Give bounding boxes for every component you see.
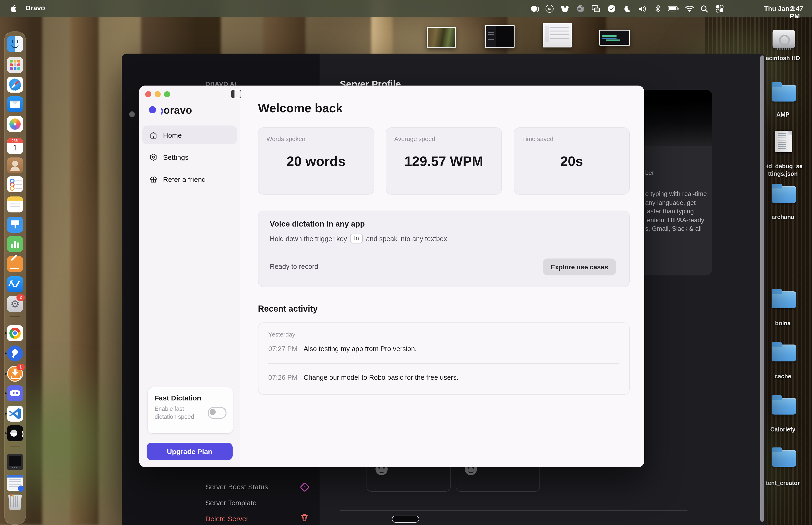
- dock-minimized-window-light[interactable]: [7, 475, 23, 491]
- sidebar-item-label: Refer a friend: [163, 175, 206, 183]
- stat-card-words-spoken: Words spoken 20 words: [258, 127, 374, 195]
- folder-icon-cache[interactable]: [771, 345, 796, 361]
- window-scrollbar[interactable]: [760, 56, 764, 522]
- folder-icon-tent-creator[interactable]: [771, 450, 796, 467]
- close-traffic-light[interactable]: [145, 91, 151, 97]
- desktop-screen: acintosh HD AMP oid_debug_se ttings.json…: [0, 0, 812, 525]
- bottom-pill-indicator: [392, 515, 419, 523]
- dock-numbers-icon[interactable]: [7, 236, 23, 252]
- explore-use-cases-button[interactable]: Explore use cases: [543, 258, 616, 275]
- window-close-button[interactable]: [129, 111, 135, 117]
- globe-menubar-icon[interactable]: [575, 3, 586, 14]
- dock-minimized-window-dark[interactable]: [7, 454, 23, 470]
- desktop-screenshot-thumbnail-terminal[interactable]: [599, 30, 630, 46]
- sidebar-item-home[interactable]: Home: [142, 125, 237, 144]
- dock-vscode-icon[interactable]: [7, 406, 23, 422]
- dock-divider: [10, 446, 20, 447]
- fast-dictation-toggle[interactable]: [208, 407, 227, 419]
- nav-item-server-template[interactable]: Server Template: [205, 499, 313, 507]
- folder-icon-amp[interactable]: [771, 85, 796, 102]
- json-file-icon[interactable]: [775, 131, 792, 152]
- notification-badge: 2: [16, 294, 25, 301]
- voice-instruction: Hold down the trigger key fn and speak i…: [270, 234, 447, 243]
- activity-divider: [268, 363, 619, 364]
- activity-group-label: Yesterday: [268, 331, 295, 338]
- notification-badge: 1: [16, 364, 25, 370]
- spotlight-search-icon[interactable]: [699, 3, 710, 14]
- battery-menubar-icon[interactable]: [668, 3, 679, 14]
- oravo-menubar-icon[interactable]: [528, 3, 539, 14]
- dock-photos-icon[interactable]: [7, 116, 23, 132]
- stat-label: Words spoken: [266, 135, 305, 142]
- trash-icon: [301, 514, 308, 521]
- animal-head-menubar-icon[interactable]: [559, 3, 570, 14]
- minimize-traffic-light[interactable]: [155, 91, 161, 97]
- macintosh-hd-icon[interactable]: [772, 30, 795, 48]
- dock-oravo-icon[interactable]: [7, 425, 23, 441]
- stat-label: Time saved: [522, 135, 553, 142]
- activity-time: 07:26 PM: [268, 374, 299, 381]
- dock-download-manager-icon[interactable]: 1: [7, 366, 23, 381]
- dock-safari-icon[interactable]: [7, 77, 23, 93]
- dock-chrome-icon[interactable]: [7, 325, 23, 341]
- voice-dictation-card: Voice dictation in any app Hold down the…: [258, 211, 630, 287]
- dock-launchpad-icon[interactable]: [7, 57, 23, 73]
- apple-menu-icon[interactable]: [9, 4, 17, 13]
- nav-item-server-boost-status[interactable]: Server Boost Status: [205, 483, 313, 491]
- content-divider: [340, 510, 688, 511]
- check-circle-menubar-icon[interactable]: [606, 3, 617, 14]
- screen-mirroring-menubar-icon[interactable]: [590, 3, 601, 14]
- dock-notes-icon[interactable]: [7, 196, 23, 212]
- page-title: Welcome back: [258, 101, 342, 116]
- control-center-icon[interactable]: [714, 3, 725, 14]
- active-app-menu-name[interactable]: Oravo: [25, 4, 45, 12]
- card-text-fragment: ber: [645, 169, 654, 176]
- dock-discord-icon[interactable]: [7, 386, 23, 401]
- dock-appstore-icon[interactable]: [7, 276, 23, 292]
- menu-bar-time[interactable]: 2:47 PM: [790, 5, 812, 20]
- oravo-brand: oravo: [149, 104, 192, 117]
- wifi-menubar-icon[interactable]: [684, 3, 695, 14]
- dock-system-settings-icon[interactable]: ⚙2: [7, 296, 23, 312]
- activity-row: 07:26 PM Change our model to Robo basic …: [268, 374, 458, 381]
- dock-finder-icon[interactable]: [7, 36, 23, 52]
- dock-blue-pin-app-icon[interactable]: [7, 345, 23, 361]
- dock-reminders-icon[interactable]: [7, 176, 23, 192]
- dock-contacts-icon[interactable]: [7, 158, 23, 174]
- folder-icon-caloriefy[interactable]: [771, 397, 796, 415]
- folder-icon-archana[interactable]: [771, 186, 796, 203]
- sidebar-item-settings[interactable]: Settings: [142, 148, 237, 166]
- sidebar-toggle-icon[interactable]: [231, 90, 241, 98]
- stat-value: 129.57 WPM: [386, 154, 501, 169]
- instruction-suffix: and speak into any textbox: [366, 235, 447, 242]
- settings-gear-icon: [150, 153, 157, 161]
- creative-cloud-menubar-icon[interactable]: ∞: [544, 3, 555, 14]
- desktop-screenshot-thumbnail-dark-app[interactable]: [485, 25, 515, 48]
- activity-text: Also testing my app from Pro version.: [304, 345, 417, 352]
- sidebar-item-label: Settings: [163, 153, 188, 161]
- bluetooth-menubar-icon[interactable]: [652, 3, 663, 14]
- dock-pages-icon[interactable]: [7, 256, 23, 272]
- dock-mail-icon[interactable]: [7, 96, 23, 112]
- nav-item-delete-server[interactable]: Delete Server: [205, 515, 313, 523]
- folder-icon-bolna[interactable]: [771, 291, 796, 308]
- desktop-screenshot-thumbnail-forest[interactable]: [427, 27, 456, 48]
- zoom-traffic-light[interactable]: [164, 91, 170, 97]
- card-description-text: e typing with real-time any language, ge…: [645, 190, 707, 234]
- activity-row: 07:27 PM Also testing my app from Pro ve…: [268, 345, 417, 352]
- dock-keynote-icon[interactable]: [7, 217, 23, 232]
- dock-divider: [10, 316, 20, 317]
- dock-calendar-icon[interactable]: JAN 1: [7, 138, 23, 154]
- fast-dictation-card: Fast Dictation Enable fast dictation spe…: [148, 387, 233, 433]
- volume-menubar-icon[interactable]: [637, 3, 648, 14]
- oravo-main-content: Welcome back Words spoken 20 words Avera…: [240, 86, 644, 467]
- stat-value: 20 words: [258, 154, 373, 169]
- recent-activity-heading: Recent activity: [258, 304, 318, 314]
- activity-time: 07:27 PM: [268, 345, 299, 352]
- desktop-screenshot-thumbnail-light-app[interactable]: [543, 23, 572, 47]
- sidebar-item-refer-a-friend[interactable]: Refer a friend: [142, 170, 237, 189]
- focus-moon-menubar-icon[interactable]: [621, 3, 632, 14]
- fast-dictation-subtitle: Enable fast dictation speed: [155, 405, 198, 421]
- upgrade-plan-button[interactable]: Upgrade Plan: [147, 443, 233, 460]
- dock-trash-icon[interactable]: [7, 494, 23, 510]
